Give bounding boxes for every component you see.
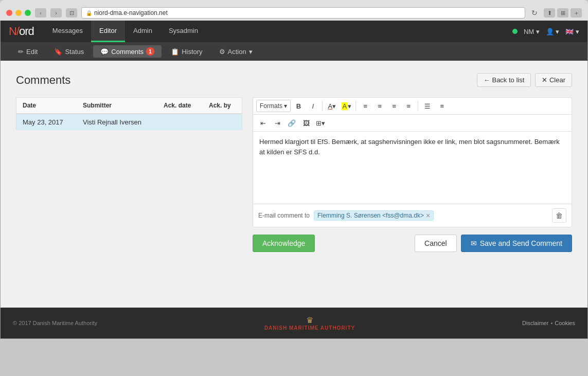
close-traffic-light[interactable]	[6, 10, 12, 16]
edit-icon: ✏	[18, 48, 24, 56]
sec-nav-comments[interactable]: 💬 Comments 1	[93, 45, 162, 58]
new-tab-button[interactable]: ⊞	[557, 8, 568, 17]
email-label: E-mail comment to	[258, 212, 310, 219]
app-logo: N/ord	[9, 25, 34, 38]
editor-container: Formats ▾ B I A▾ A▾ ≡ ≡	[253, 97, 572, 252]
acknowledge-button[interactable]: Acknowledge	[253, 235, 315, 252]
image-button[interactable]: 🖼	[299, 117, 313, 129]
action-row: Acknowledge Cancel ✉ Save and Send Comme…	[253, 227, 572, 252]
forward-nav-button[interactable]: ›	[50, 8, 62, 17]
nav-messages[interactable]: Messages	[44, 21, 91, 42]
formats-label: Formats ▾	[260, 102, 287, 110]
align-center-button[interactable]: ≡	[373, 100, 386, 112]
bg-color-icon: A	[342, 102, 348, 110]
align-right-button[interactable]: ≡	[387, 100, 401, 112]
footer-copyright: © 2017 Danish Maritime Authority	[13, 320, 97, 326]
back-nav-button[interactable]: ‹	[35, 8, 46, 17]
nav-editor[interactable]: Editor	[91, 21, 125, 42]
flag-language[interactable]: 🇬🇧 ▾	[565, 28, 579, 35]
address-bar[interactable]: 🔒 niord-dma.e-navigation.net	[81, 7, 525, 19]
email-row: E-mail comment to Flemming S. Sørensen <…	[253, 204, 572, 227]
ordered-list-button[interactable]: ≡	[435, 100, 449, 112]
cell-submitter: Visti Rejnall Iversen	[77, 114, 157, 131]
app-window: N/ord Messages Editor Admin Sysadmin NM …	[0, 21, 588, 339]
page-content: Comments ← Back to list ✕ Clear Date Sub…	[1, 61, 587, 308]
window-button[interactable]: ⊡	[66, 8, 77, 17]
cookies-link[interactable]: Cookies	[555, 320, 575, 326]
editor-panel: Formats ▾ B I A▾ A▾ ≡ ≡	[253, 97, 572, 227]
bold-button[interactable]: B	[292, 100, 305, 112]
user-icon: 👤 ▾	[546, 28, 560, 35]
maximize-traffic-light[interactable]	[25, 10, 31, 16]
align-justify-button[interactable]: ≡	[402, 100, 415, 112]
top-nav-right: NM ▾ 👤 ▾ 🇬🇧 ▾	[512, 28, 579, 35]
status-dot	[512, 29, 518, 34]
col-ack-by: Ack. by	[203, 98, 242, 114]
history-label: History	[182, 48, 202, 56]
font-color-button[interactable]: A▾	[325, 100, 338, 112]
email-tag: Flemming S. Sørensen <fss@dma.dk> ×	[314, 210, 434, 221]
formats-dropdown[interactable]: Formats ▾	[256, 100, 291, 112]
cell-ack-by	[203, 114, 242, 131]
remove-recipient-button[interactable]: ×	[426, 212, 430, 219]
cell-date: May 23, 2017	[16, 114, 77, 131]
indent-less-button[interactable]: ⇤	[256, 117, 270, 129]
editor-body[interactable]: Hermed klargjort til EfS. Bemærk, at sag…	[253, 132, 572, 204]
sec-nav-status[interactable]: 🔖 Status	[47, 46, 91, 58]
back-to-list-button[interactable]: ← Back to list	[477, 73, 531, 87]
page-title: Comments	[16, 74, 70, 87]
comments-label: Comments	[111, 48, 144, 56]
cancel-button[interactable]: Cancel	[415, 235, 457, 252]
save-send-label: Save and Send Comment	[480, 239, 562, 247]
col-ack-date: Ack. date	[157, 98, 203, 114]
align-left-button[interactable]: ≡	[359, 100, 372, 112]
bg-color-button[interactable]: A▾	[340, 100, 353, 112]
col-submitter: Submitter	[77, 98, 157, 114]
add-tab-button[interactable]: ＋	[571, 8, 582, 17]
status-label: Status	[65, 48, 84, 56]
comments-table-wrap: Date Submitter Ack. date Ack. by May 23,…	[16, 97, 242, 131]
action-chevron-icon: ▾	[249, 48, 253, 56]
editor-content: Hermed klargjort til EfS. Bemærk, at sag…	[259, 138, 560, 156]
clear-button[interactable]: ✕ Clear	[535, 73, 572, 87]
nav-sysadmin[interactable]: Sysadmin	[161, 21, 206, 42]
toolbar-divider-3	[418, 101, 418, 111]
edit-label: Edit	[26, 48, 38, 56]
unordered-list-button[interactable]: ☰	[421, 100, 434, 112]
page-header: Comments ← Back to list ✕ Clear	[16, 73, 572, 87]
email-recipient: Flemming S. Sørensen <fss@dma.dk>	[317, 212, 424, 219]
sec-nav-edit[interactable]: ✏ Edit	[11, 46, 45, 58]
send-icon: ✉	[471, 239, 477, 247]
sec-nav-history[interactable]: 📋 History	[164, 46, 209, 58]
user-badge[interactable]: NM ▾	[524, 28, 540, 35]
nav-admin[interactable]: Admin	[125, 21, 161, 42]
share-button[interactable]: ⬆	[544, 8, 555, 17]
sec-nav-action[interactable]: ⚙ Action ▾	[212, 46, 260, 58]
user-icon-btn[interactable]: 👤 ▾	[546, 28, 560, 35]
footer-crown-icon: ♛	[306, 315, 313, 325]
action-label: Action	[228, 48, 246, 56]
disclaimer-link[interactable]: Disclaimer	[522, 320, 548, 326]
table-button[interactable]: ⊞▾	[314, 117, 327, 129]
link-button[interactable]: 🔗	[285, 117, 298, 129]
footer-right: Disclaimer • Cookies	[522, 320, 575, 326]
indent-more-button[interactable]: ⇥	[271, 117, 284, 129]
save-send-button[interactable]: ✉ Save and Send Comment	[461, 235, 572, 252]
toolbar-divider-1	[322, 101, 323, 111]
secondary-nav: ✏ Edit 🔖 Status 💬 Comments 1 📋 History ⚙…	[1, 42, 587, 61]
minimize-traffic-light[interactable]	[15, 10, 22, 16]
editor-toolbar-row1: Formats ▾ B I A▾ A▾ ≡ ≡	[253, 98, 572, 115]
table-row[interactable]: May 23, 2017 Visti Rejnall Iversen	[16, 114, 242, 131]
header-actions: ← Back to list ✕ Clear	[477, 73, 572, 87]
trash-icon: 🗑	[556, 211, 563, 220]
browser-actions: ⬆ ⊞ ＋	[544, 8, 582, 17]
refresh-button[interactable]: ↻	[529, 9, 540, 17]
traffic-lights	[6, 10, 31, 16]
delete-email-button[interactable]: 🗑	[552, 208, 566, 223]
comments-icon: 💬	[100, 48, 109, 56]
comments-badge: 1	[146, 47, 154, 56]
font-color-icon: A	[328, 102, 333, 110]
url-text: niord-dma.e-navigation.net	[94, 9, 168, 16]
italic-button[interactable]: I	[306, 100, 319, 112]
footer-logo-text: Danish Maritime Authority	[264, 325, 355, 331]
